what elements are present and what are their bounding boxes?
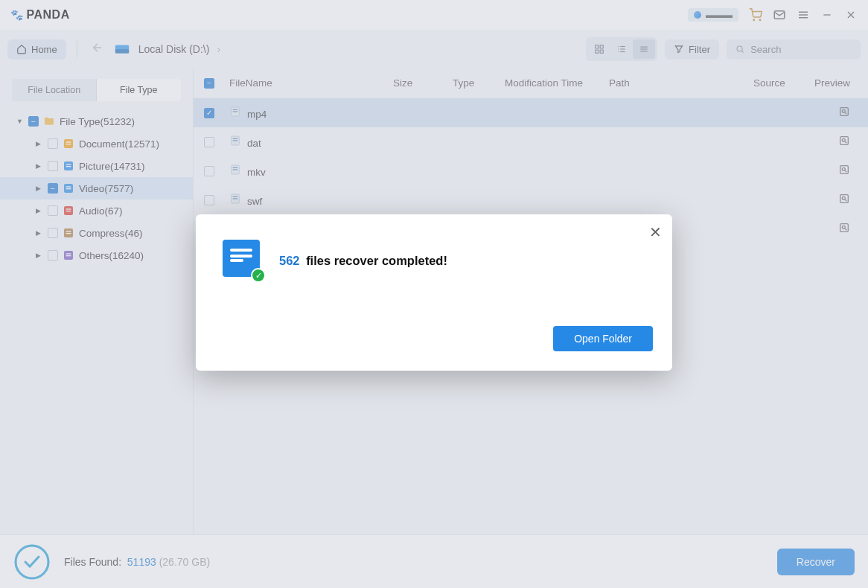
tree-item[interactable]: ▶Compress(46) (0, 222, 193, 244)
tree-label: Compress(46) (79, 228, 143, 239)
chevron-right-icon: ▶ (36, 207, 43, 214)
svg-rect-42 (66, 253, 71, 254)
tree-label: File Type(51232) (60, 116, 135, 127)
search-box[interactable] (727, 39, 861, 60)
svg-rect-27 (66, 141, 71, 142)
menu-icon[interactable] (797, 8, 810, 22)
category-icon (63, 205, 74, 217)
table-header: − FileName Size Type Modification Time P… (194, 68, 868, 98)
tree-label: Video(7577) (79, 183, 133, 194)
view-grid-icon[interactable] (588, 39, 610, 59)
svg-rect-65 (840, 195, 849, 203)
filetype-icon (229, 106, 241, 118)
separator (77, 41, 77, 57)
svg-rect-53 (840, 137, 849, 145)
svg-rect-52 (233, 140, 238, 141)
disk-icon (113, 41, 131, 57)
checkbox[interactable] (48, 250, 58, 261)
table-row[interactable]: ✓mp4 (194, 98, 868, 127)
minimize-icon[interactable] (820, 8, 834, 22)
view-switch (586, 37, 657, 61)
tree-item[interactable]: ▶Audio(67) (0, 199, 193, 222)
preview-icon[interactable] (838, 225, 850, 236)
open-folder-button[interactable]: Open Folder (553, 326, 653, 351)
mail-icon[interactable] (773, 8, 786, 22)
filetype-icon (229, 164, 241, 176)
folder-icon (43, 115, 55, 127)
search-input[interactable] (750, 44, 852, 55)
view-list-icon[interactable] (633, 39, 655, 59)
found-label: Files Found: (64, 556, 121, 568)
filter-button[interactable]: Filter (665, 39, 719, 60)
modal-success-icon: ✓ (223, 240, 264, 281)
checkbox[interactable]: − (48, 183, 58, 194)
svg-rect-33 (66, 186, 71, 187)
category-icon (63, 249, 74, 261)
chevron-down-icon: ▼ (16, 118, 24, 125)
preview-icon[interactable] (838, 196, 850, 207)
checkbox[interactable] (48, 138, 58, 149)
preview-icon[interactable] (838, 109, 850, 120)
tree-item[interactable]: ▶Document(12571) (0, 132, 193, 155)
row-checkbox[interactable] (204, 137, 214, 147)
chevron-right-icon: ▶ (36, 162, 43, 170)
modal-message: 562 files recover completed! (279, 254, 447, 268)
table-row[interactable]: mkv (194, 156, 868, 185)
svg-point-1 (759, 19, 761, 21)
svg-rect-40 (66, 233, 71, 234)
col-path[interactable]: Path (609, 77, 753, 89)
recover-complete-modal: ✕ ✓ 562 files recover completed! Open Fo… (196, 214, 672, 371)
table-row[interactable]: dat (194, 127, 868, 156)
svg-rect-36 (66, 208, 71, 209)
svg-line-61 (845, 170, 846, 172)
row-checkbox[interactable] (204, 195, 214, 205)
breadcrumb[interactable]: Local Disk (D:\) › (113, 41, 220, 57)
cart-icon[interactable] (749, 8, 762, 22)
tree-label: Document(12571) (79, 138, 159, 150)
checkbox-all[interactable]: − (204, 78, 214, 89)
view-detail-icon[interactable] (610, 39, 633, 59)
preview-icon[interactable] (838, 167, 850, 178)
checkbox[interactable] (48, 205, 58, 216)
col-size[interactable]: Size (393, 77, 453, 89)
checkbox[interactable]: − (28, 116, 39, 127)
svg-rect-71 (840, 224, 849, 232)
col-source[interactable]: Source (753, 77, 805, 89)
tab-file-type[interactable]: File Type (97, 79, 182, 101)
col-type[interactable]: Type (453, 77, 505, 89)
found-size: (26.70 GB) (159, 556, 210, 568)
close-icon[interactable] (844, 8, 858, 22)
svg-line-25 (741, 51, 743, 52)
tree-item[interactable]: ▶Others(16240) (0, 244, 193, 266)
tree-item[interactable]: ▶−Video(7577) (0, 177, 193, 199)
category-icon (63, 227, 74, 239)
svg-rect-30 (66, 164, 71, 164)
found-count: 51193 (127, 556, 156, 568)
svg-rect-28 (66, 144, 71, 144)
col-preview[interactable]: Preview (805, 77, 850, 89)
svg-rect-10 (115, 49, 129, 54)
col-mod[interactable]: Modification Time (505, 77, 609, 89)
breadcrumb-text: Local Disk (D:\) (138, 43, 210, 55)
col-name[interactable]: FileName (229, 77, 393, 89)
tab-file-location[interactable]: File Location (12, 79, 97, 101)
svg-rect-39 (66, 231, 71, 231)
row-checkbox[interactable]: ✓ (204, 108, 214, 118)
checkbox[interactable] (48, 228, 58, 238)
row-checkbox[interactable] (204, 166, 214, 176)
search-icon (735, 44, 744, 54)
modal-close-button[interactable]: ✕ (649, 223, 662, 241)
home-button[interactable]: Home (7, 39, 66, 60)
chevron-right-icon: ▶ (36, 252, 43, 259)
tree-root[interactable]: ▼ − File Type(51232) (0, 110, 193, 132)
table-row[interactable]: swf (194, 185, 868, 214)
nav-back-icon[interactable] (88, 38, 107, 60)
user-chip[interactable]: ▬▬▬ (688, 8, 738, 22)
preview-icon[interactable] (838, 138, 850, 149)
tree-item[interactable]: ▶Picture(14731) (0, 155, 193, 177)
recover-button[interactable]: Recover (777, 549, 855, 575)
svg-line-49 (845, 112, 846, 114)
checkbox[interactable] (48, 161, 58, 171)
category-icon (63, 182, 74, 194)
svg-rect-63 (233, 196, 238, 197)
